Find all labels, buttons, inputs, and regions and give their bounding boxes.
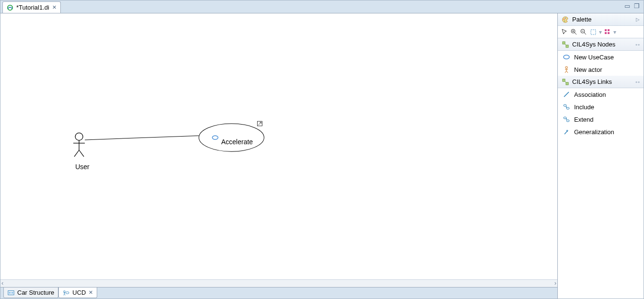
palette-header[interactable]: Palette ▷ [558, 13, 644, 26]
pin-icon[interactable]: ∘∘ [635, 42, 640, 47]
palette-item-label: Extend [574, 116, 593, 123]
svg-line-22 [575, 33, 576, 34]
svg-point-12 [64, 290, 66, 292]
palette-item-label: Include [574, 104, 594, 111]
palette-item-label: New actor [574, 66, 602, 73]
svg-rect-42 [563, 79, 565, 81]
diagram-tab-label: UCD [72, 289, 86, 296]
palette-item-new-usecase[interactable]: New UseCase [558, 51, 644, 63]
palette-toolbar: ▾ ▾ [558, 26, 644, 38]
palette-icon [562, 16, 569, 23]
svg-point-50 [566, 120, 569, 122]
svg-point-8 [212, 136, 218, 139]
svg-point-37 [565, 67, 567, 69]
usecase-label: Accelerate [221, 138, 253, 146]
editor-tab-bar: *Tutorial1.di ✕ ▭ ❐ [0, 0, 644, 13]
section-icon [562, 78, 569, 86]
generalization-icon [563, 128, 570, 136]
svg-line-44 [565, 81, 566, 82]
horizontal-scrollbar[interactable] [0, 279, 557, 287]
svg-rect-29 [605, 29, 607, 31]
association-icon [563, 91, 570, 98]
zoom-out-icon[interactable] [580, 28, 588, 36]
collapse-chevron-icon[interactable]: ▷ [636, 17, 640, 22]
palette-item-new-actor[interactable]: New actor [558, 63, 644, 76]
svg-line-5 [79, 150, 84, 157]
include-icon [563, 103, 570, 111]
palette-panel: Palette ▷ ▾ ▾ CIL4Sys Nodes [557, 13, 644, 299]
close-diagram-tab-icon[interactable]: ✕ [89, 289, 93, 296]
section-title: CIL4Sys Links [572, 78, 612, 85]
svg-rect-32 [608, 32, 610, 34]
section-icon [562, 41, 569, 48]
pin-icon[interactable]: ∘∘ [635, 79, 640, 84]
diagram-tab-label: Car Structure [17, 289, 54, 296]
svg-rect-11 [11, 292, 13, 294]
svg-rect-31 [605, 32, 607, 34]
editor-tab[interactable]: *Tutorial1.di ✕ [2, 1, 61, 13]
close-tab-icon[interactable]: ✕ [52, 4, 56, 11]
usecase-diagram-icon [63, 289, 69, 296]
svg-rect-28 [591, 30, 596, 34]
svg-line-45 [564, 92, 569, 97]
palette-section-links[interactable]: CIL4Sys Links ∘∘ [558, 76, 644, 88]
usecase-node[interactable] [199, 121, 264, 151]
section-title: CIL4Sys Nodes [572, 41, 615, 48]
diagram-tab-ucd[interactable]: UCD ✕ [58, 288, 97, 298]
diagram-canvas[interactable]: User Accelerate [3, 16, 554, 276]
svg-rect-10 [9, 292, 11, 294]
zoom-in-icon[interactable] [570, 28, 578, 36]
usecase-icon [563, 53, 570, 61]
grid-tool-icon[interactable] [604, 28, 611, 36]
palette-item-label: New UseCase [574, 54, 614, 61]
palette-item-include[interactable]: Include [558, 101, 644, 113]
palette-title: Palette [572, 16, 591, 23]
svg-rect-30 [608, 29, 610, 31]
svg-rect-33 [563, 42, 565, 44]
svg-point-1 [75, 133, 83, 140]
svg-point-17 [66, 291, 69, 293]
minimize-view-icon[interactable]: ▭ [624, 2, 630, 10]
diagram-tab-bar: Car Structure UCD ✕ [0, 287, 557, 299]
palette-item-extend[interactable]: Extend [558, 113, 644, 126]
palette-item-label: Association [574, 91, 606, 98]
diagram-canvas-viewport[interactable]: User Accelerate [0, 13, 557, 279]
svg-rect-34 [566, 45, 568, 47]
editor-tab-title: *Tutorial1.di [16, 4, 49, 11]
svg-point-36 [564, 55, 569, 59]
palette-item-association[interactable]: Association [558, 88, 644, 101]
actor-icon [563, 66, 570, 73]
svg-point-18 [564, 19, 565, 20]
svg-point-20 [564, 21, 565, 22]
svg-line-40 [565, 71, 566, 73]
palette-item-label: Generalization [574, 128, 614, 136]
svg-line-26 [584, 33, 586, 34]
svg-line-16 [65, 294, 66, 295]
svg-point-47 [566, 107, 569, 109]
association-edge[interactable] [85, 136, 199, 140]
diagram-tab-car-structure[interactable]: Car Structure [3, 288, 58, 298]
extend-icon [563, 115, 570, 123]
svg-point-46 [564, 104, 566, 106]
marquee-tool-icon[interactable] [589, 28, 597, 36]
svg-point-49 [564, 117, 566, 119]
svg-point-19 [565, 18, 566, 19]
svg-line-4 [74, 150, 79, 157]
papyrus-file-icon [7, 4, 13, 11]
palette-item-generalization[interactable]: Generalization [558, 126, 644, 138]
palette-section-nodes[interactable]: CIL4Sys Nodes ∘∘ [558, 38, 644, 51]
maximize-view-icon[interactable]: ❐ [634, 2, 640, 10]
svg-rect-43 [566, 82, 568, 85]
svg-line-35 [565, 44, 566, 45]
dropdown-chevron-icon[interactable]: ▾ [599, 29, 602, 35]
block-diagram-icon [8, 289, 14, 296]
svg-line-41 [566, 71, 568, 73]
pointer-tool-icon[interactable] [561, 28, 568, 36]
actor-label: User [70, 163, 94, 171]
actor-node[interactable] [73, 133, 85, 156]
dropdown-chevron-icon[interactable]: ▾ [613, 29, 616, 35]
